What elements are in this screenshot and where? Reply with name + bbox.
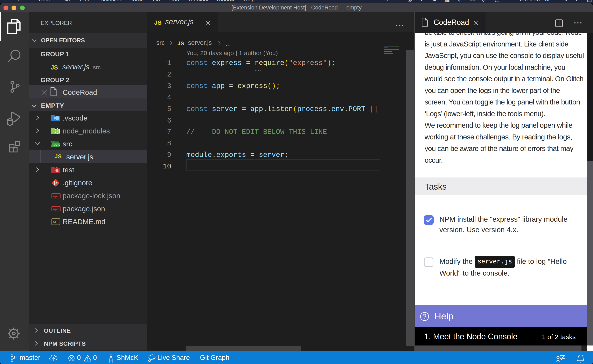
svg-text:npm: npm (53, 207, 60, 211)
svg-text:JS: JS (56, 130, 60, 133)
svg-text:M↓: M↓ (53, 220, 58, 224)
svg-text:</>: </> (53, 143, 60, 147)
svg-text:npm: npm (53, 194, 60, 198)
